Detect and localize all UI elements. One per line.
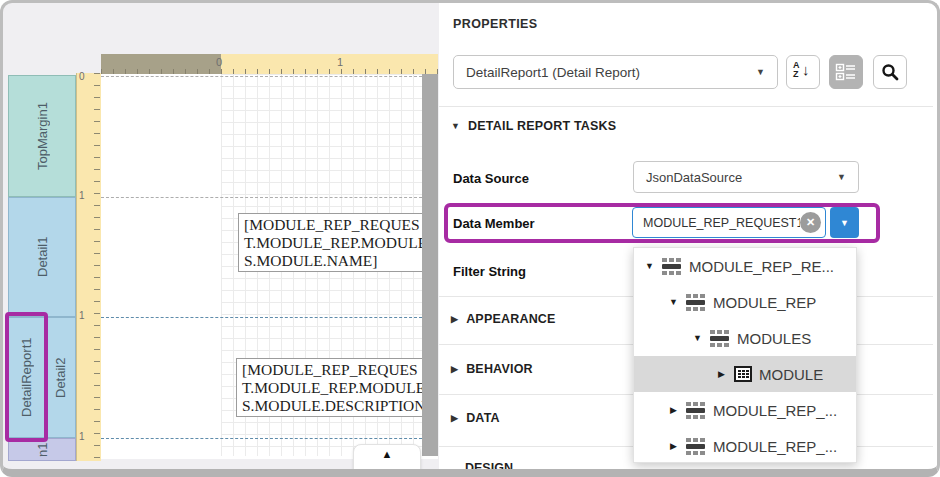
tree-item-module-rep[interactable]: ▼ MODULE_REP [634, 284, 856, 320]
band-separator [101, 76, 422, 77]
tree-item-module-rep-request[interactable]: ▼ MODULE_REP_RE... [634, 248, 856, 284]
section-label: DETAIL REPORT TASKS [468, 119, 616, 133]
expand-arrow-icon: ▶ [451, 413, 458, 423]
section-detail-report-tasks[interactable]: ▼ DETAIL REPORT TASKS [451, 119, 616, 133]
band-strip-topmargin1[interactable]: TopMargin1 [8, 75, 76, 197]
textbox-line: [MODULE_REP_REQUES [244, 216, 420, 234]
table-icon [662, 258, 682, 275]
v-ruler-number: 1 [79, 190, 85, 201]
surface-edge-strip [422, 74, 438, 456]
tree-item-label: MODULE [759, 366, 823, 383]
expand-arrow-icon: ▶ [716, 369, 727, 379]
category-view-icon [835, 63, 857, 81]
search-icon [881, 63, 899, 81]
expand-arrow-icon: ▶ [451, 314, 458, 324]
chevron-down-icon: ▼ [756, 67, 765, 77]
textbox-line: T.MODULE_REP.MODULE [242, 379, 418, 397]
textbox-module-description[interactable]: [MODULE_REP_REQUES T.MODULE_REP.MODULE S… [236, 358, 424, 417]
textbox-line: S.MODULE.DESCRIPTION] [242, 397, 418, 415]
report-designer-window: 0 1 0 1 1 1 TopMargin1 Detail1 DetailRep… [0, 0, 940, 477]
category-view-button[interactable] [829, 55, 863, 89]
data-member-input[interactable]: MODULE_REP_REQUEST1 ✕ [632, 207, 826, 238]
section-label: DATA [466, 411, 500, 425]
band-separator [101, 317, 422, 318]
tree-item-label: MODULE_REP_RE... [689, 258, 834, 275]
band-strip-detail1[interactable]: Detail1 [8, 197, 76, 317]
h-ruler-number: 1 [337, 56, 343, 68]
h-ruler-number: 0 [216, 56, 222, 68]
detailreport1-highlight-box [5, 312, 48, 442]
section-behavior[interactable]: ▶ BEHAVIOR [451, 362, 533, 376]
v-ruler-number: 0 [79, 71, 85, 82]
section-appearance[interactable]: ▶ APPEARANCE [451, 312, 556, 326]
search-button[interactable] [873, 55, 907, 89]
band-label: Detail2 [46, 318, 75, 437]
arrow-up-icon: ▲ [382, 448, 393, 460]
section-label: BEHAVIOR [466, 362, 533, 376]
divider [439, 106, 933, 107]
data-member-dropdown-button[interactable]: ▼ [830, 207, 859, 238]
grid-table-icon [734, 366, 752, 382]
panel-title: PROPERTIES [453, 17, 538, 31]
data-source-label: Data Source [453, 171, 529, 186]
vertical-ruler [76, 73, 101, 461]
object-selector-dropdown[interactable]: DetailReport1 (Detail Report) ▼ [453, 55, 778, 89]
tree-item-label: MODULE_REP [713, 294, 816, 311]
data-source-dropdown[interactable]: JsonDataSource ▼ [633, 161, 859, 193]
band-strip-detail2[interactable]: Detail2 [45, 317, 76, 438]
tree-item-label: MODULE_REP_... [713, 402, 837, 419]
textbox-line: [MODULE_REP_REQUES [242, 361, 418, 379]
sort-az-icon: A Z ↓ [793, 62, 813, 82]
table-icon [710, 330, 730, 347]
chevron-down-icon: ▼ [840, 218, 849, 228]
expand-arrow-icon: ▼ [692, 333, 703, 343]
v-ruler-number: 1 [79, 310, 85, 321]
data-member-value: MODULE_REP_REQUEST1 [643, 216, 800, 230]
expand-arrow-icon: ▶ [451, 364, 458, 374]
data-member-tree-popup: ▼ MODULE_REP_RE... ▼ MODULE_REP ▼ MODULE… [633, 247, 857, 463]
band-separator [101, 197, 422, 198]
tree-item-module-rep-2[interactable]: ▶ MODULE_REP_... [634, 392, 856, 428]
section-data[interactable]: ▶ DATA [451, 411, 500, 425]
band-label: n1 [9, 439, 75, 460]
horizontal-ruler-margin-segment [101, 54, 221, 74]
band-separator [101, 438, 422, 439]
expand-arrow-icon: ▼ [644, 261, 655, 271]
textbox-line: S.MODULE.NAME] [244, 252, 420, 270]
horizontal-ruler [221, 54, 438, 74]
data-source-value: JsonDataSource [646, 170, 742, 185]
v-ruler-number: 1 [79, 431, 85, 442]
table-icon [686, 402, 706, 419]
expand-arrow-icon: ▶ [668, 405, 679, 415]
sort-alphabetical-button[interactable]: A Z ↓ [786, 55, 820, 89]
tree-item-label: MODULE_REP_... [713, 438, 837, 455]
tree-item-modules[interactable]: ▼ MODULES [634, 320, 856, 356]
textbox-line: T.MODULE_REP.MODULE [244, 234, 420, 252]
chevron-down-icon: ▼ [837, 172, 846, 182]
textbox-module-name[interactable]: [MODULE_REP_REQUES T.MODULE_REP.MODULE S… [238, 213, 426, 272]
data-member-label: Data Member [453, 216, 535, 231]
tree-item-module-rep-3[interactable]: ▶ MODULE_REP_... [634, 428, 856, 464]
collapse-arrow-icon: ▼ [451, 121, 460, 131]
design-surface: 0 1 0 1 1 1 TopMargin1 Detail1 DetailRep… [1, 1, 439, 476]
expand-arrow-icon: ▶ [668, 441, 679, 451]
tree-item-module[interactable]: ▶ MODULE [634, 356, 856, 392]
clear-icon[interactable]: ✕ [800, 212, 821, 233]
filter-string-label: Filter String [453, 264, 526, 279]
band-label: Detail1 [9, 198, 75, 316]
tree-item-label: MODULES [737, 330, 811, 347]
scroll-up-button[interactable]: ▲ [353, 444, 421, 476]
properties-panel: PROPERTIES DetailReport1 (Detail Report)… [439, 1, 939, 476]
section-label: APPEARANCE [466, 312, 556, 326]
expand-arrow-icon: ▼ [668, 297, 679, 307]
section-design[interactable]: DESIGN [465, 461, 513, 475]
band-label: TopMargin1 [9, 76, 75, 196]
object-selector-value: DetailReport1 (Detail Report) [466, 65, 640, 80]
table-icon [686, 294, 706, 311]
table-icon [686, 438, 706, 455]
